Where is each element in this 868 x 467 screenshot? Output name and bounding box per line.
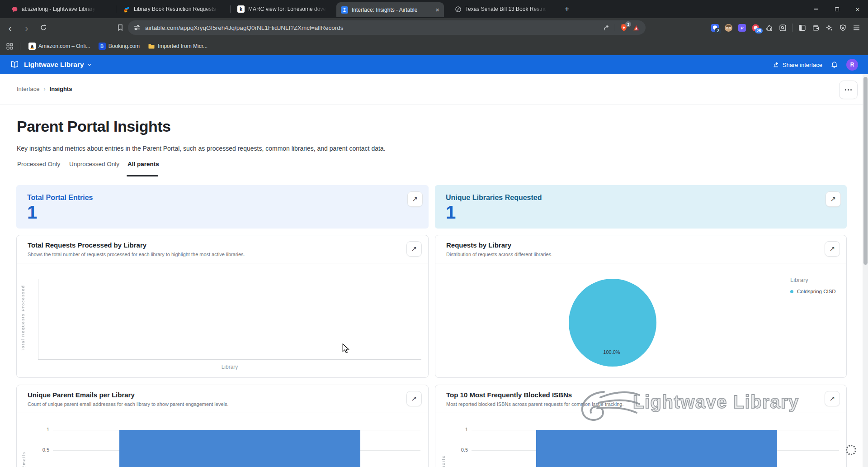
card-subtitle: Count of unique parent email addresses f…	[28, 401, 229, 407]
password-manager-extension-icon[interactable]: 2	[711, 24, 719, 32]
url-text[interactable]: airtable.com/appqXryqGI5reh4Jq/pagQ0rNL1…	[145, 24, 598, 31]
card-title: Total Requests Processed by Library	[28, 241, 146, 249]
y-tick: 0.5	[35, 447, 49, 453]
stat-value: 1	[27, 202, 37, 223]
stat-value: 1	[446, 202, 456, 223]
card-title: Unique Parent Emails per Library	[28, 391, 135, 399]
bar-plot	[536, 430, 777, 467]
tab-divider	[230, 5, 231, 13]
folder-icon	[148, 43, 155, 50]
page-description: Key insights and metrics about entries i…	[17, 145, 514, 152]
expand-arrow-icon: ↗	[830, 195, 836, 203]
stat-card-total-portal-entries: Total Portal Entries 1 ↗	[16, 185, 429, 229]
bookmark-amazon[interactable]: a Amazon.com – Onli...	[27, 43, 92, 50]
card-title: Requests by Library	[446, 241, 511, 249]
tab-book-restriction-requests[interactable]: Library Book Restriction Requests - Jo	[118, 0, 228, 18]
user-avatar[interactable]: R	[846, 59, 858, 71]
amazon-icon: a	[28, 43, 36, 50]
reload-icon[interactable]	[38, 22, 49, 33]
airtable-book-icon	[341, 6, 348, 14]
wallet-icon[interactable]	[811, 24, 820, 32]
proton-pass-extension-icon[interactable]: P	[738, 24, 746, 32]
loading-spinner	[846, 445, 856, 455]
form-app-icon	[123, 5, 130, 13]
card-header: Requests by Library Distribution of requ…	[435, 235, 846, 263]
tab-title: MARC view for: Lonesome dove / › Co	[248, 6, 326, 12]
expand-arrow-icon: ↗	[411, 395, 417, 403]
tab-title: Texas Senate Bill 13 Book Restrictions	[465, 6, 547, 12]
y-axis-label: Number of Reports	[441, 425, 446, 467]
leo-ai-sparkle-icon[interactable]	[825, 24, 833, 32]
pie-percent-label: 100.0%	[585, 349, 639, 355]
toolbar-divider	[792, 24, 793, 32]
extensions-row: 2 P 25	[711, 18, 860, 37]
sidebar-toggle-icon[interactable]	[798, 24, 806, 32]
expand-arrow-icon: ↗	[830, 395, 835, 403]
tab-lightwave-library[interactable]: al.szerlong - Lightwave Library	[6, 0, 114, 18]
tab-marc-view[interactable]: k MARC view for: Lonesome dove / › Co	[233, 0, 335, 18]
tab-divider	[116, 5, 116, 13]
tab-title: Interface: Insights - Airtable	[352, 7, 417, 13]
breadcrumb-interface[interactable]: Interface	[17, 86, 40, 92]
page-options-button[interactable]	[839, 81, 858, 99]
expand-button[interactable]: ↗	[406, 391, 422, 406]
new-tab-button[interactable]: +	[561, 4, 572, 14]
extensions-puzzle-icon[interactable]	[765, 24, 773, 32]
y-axis-line	[38, 279, 38, 359]
brave-rewards-icon[interactable]	[632, 24, 640, 32]
bookmark-label: Booking.com	[108, 43, 140, 49]
minimize-button[interactable]	[806, 0, 826, 18]
bookmark-booking[interactable]: B Booking.com	[97, 43, 142, 50]
tab-texas-senate-bill[interactable]: Texas Senate Bill 13 Book Restrictions	[450, 0, 556, 18]
bookmark-ribbon-icon[interactable]	[117, 24, 124, 31]
koha-icon: k	[237, 5, 245, 13]
adblock-extension-icon[interactable]: 25	[751, 24, 760, 32]
site-settings-icon[interactable]	[133, 24, 141, 31]
scrollbar-track	[863, 74, 868, 467]
page-title: Parent Portal Insights	[17, 118, 170, 135]
expand-button[interactable]: ↗	[407, 191, 423, 207]
forward-icon[interactable]: ›	[21, 22, 32, 33]
vpn-shield-icon[interactable]	[839, 24, 847, 32]
share-icon[interactable]	[603, 24, 610, 32]
extension-badge: 2	[715, 28, 721, 33]
card-header: Unique Parent Emails per Library Count o…	[17, 385, 428, 413]
bookmark-imported-folder[interactable]: Imported from Micr...	[146, 43, 209, 50]
expand-button[interactable]: ↗	[406, 241, 422, 257]
menu-hamburger-icon[interactable]	[852, 24, 860, 32]
share-interface-button[interactable]: Share interface	[773, 61, 822, 68]
active-tab-underline	[127, 175, 158, 176]
mouse-cursor	[341, 343, 350, 353]
expand-button[interactable]: ↗	[825, 241, 840, 257]
bookmarks-bar: a Amazon.com – Onli... B Booking.com Imp…	[0, 37, 868, 55]
url-bar[interactable]: airtable.com/appqXryqGI5reh4Jq/pagQ0rNL1…	[128, 20, 646, 35]
card-total-requests-processed: Total Requests Processed by Library Show…	[16, 235, 429, 378]
expand-button[interactable]: ↗	[825, 391, 840, 406]
search-page-icon[interactable]	[778, 24, 787, 32]
tab-all-parents[interactable]: All parents	[127, 161, 159, 167]
profile-avatar-extension-icon[interactable]	[724, 24, 732, 32]
tab-title: Library Book Restriction Requests - Jo	[134, 6, 219, 12]
brave-shields-icon[interactable]: 3	[620, 24, 628, 32]
expand-arrow-icon: ↗	[412, 195, 418, 203]
close-button[interactable]: ×	[847, 0, 868, 18]
scrollbar-thumb[interactable]	[863, 77, 868, 265]
apps-grid-icon[interactable]	[5, 42, 14, 50]
chevron-down-icon[interactable]	[87, 62, 92, 67]
tab-airtable-insights[interactable]: Interface: Insights - Airtable ×	[336, 2, 444, 17]
tab-processed-only[interactable]: Processed Only	[17, 161, 60, 167]
tab-close-icon[interactable]: ×	[435, 6, 439, 13]
back-icon[interactable]: ‹	[5, 22, 15, 33]
maximize-button[interactable]	[826, 0, 847, 18]
card-unique-parent-emails: Unique Parent Emails per Library Count o…	[16, 385, 429, 467]
watermark-swoosh-logo	[572, 384, 640, 425]
notifications-bell-icon[interactable]	[830, 61, 838, 69]
expand-button[interactable]: ↗	[826, 191, 841, 207]
app-title[interactable]: Lightwave Library	[24, 61, 84, 69]
card-title: Top 10 Most Frequently Blocked ISBNs	[446, 391, 572, 399]
tab-unprocessed-only[interactable]: Unprocessed Only	[69, 161, 119, 167]
x-axis-label: Library	[175, 364, 284, 370]
y-axis-label: Total Requests Processed	[20, 277, 25, 359]
breadcrumb: Interface › Insights	[17, 86, 72, 92]
browser-window: al.szerlong - Lightwave Library Library …	[0, 0, 868, 467]
